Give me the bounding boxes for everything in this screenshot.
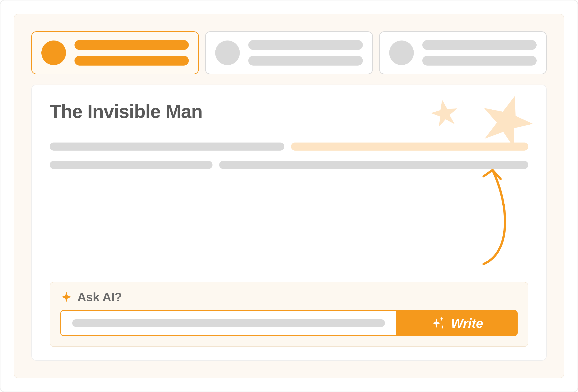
tab-card-1[interactable]	[31, 31, 199, 74]
text-line	[219, 161, 528, 169]
app-frame: The Invisible Man	[0, 0, 578, 392]
ai-input-row: Write	[60, 310, 518, 336]
tab-avatar	[389, 41, 414, 65]
body-placeholder	[50, 143, 528, 179]
ai-header: Ask AI?	[60, 290, 518, 304]
canvas: The Invisible Man	[14, 14, 564, 378]
ai-suggested-line	[291, 143, 528, 150]
tab-text-placeholder	[74, 40, 189, 66]
ai-input[interactable]	[61, 311, 396, 335]
tab-text-placeholder	[248, 40, 363, 66]
content-card: The Invisible Man	[31, 85, 547, 361]
sparkle-icon	[60, 291, 72, 303]
text-line	[50, 161, 212, 169]
tab-avatar	[41, 41, 66, 65]
tabs-row	[31, 31, 547, 74]
tab-card-3[interactable]	[379, 31, 547, 74]
write-button-label: Write	[451, 316, 483, 331]
input-placeholder	[72, 319, 385, 327]
star-icon	[430, 98, 459, 128]
tab-card-2[interactable]	[205, 31, 373, 74]
star-icon	[479, 92, 535, 148]
text-line	[50, 143, 284, 150]
ai-panel: Ask AI? Write	[50, 282, 528, 347]
tab-text-placeholder	[422, 40, 537, 66]
ai-label: Ask AI?	[77, 290, 122, 304]
tab-avatar	[215, 41, 240, 65]
sparkles-icon	[430, 315, 446, 331]
write-button[interactable]: Write	[396, 311, 517, 335]
